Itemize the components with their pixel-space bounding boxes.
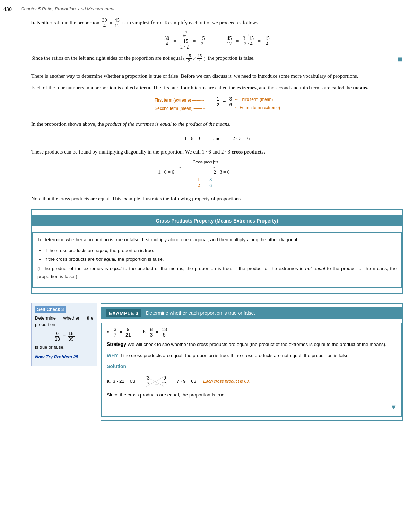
means-bold: means.	[353, 85, 369, 90]
example-label: EXAMPLE 3	[106, 309, 141, 317]
fraction-45-12: 4512	[114, 18, 120, 29]
solution-label: Solution	[107, 363, 397, 371]
extremes-bold: extremes,	[236, 85, 258, 90]
property-description: To determine whether a proportion is tru…	[37, 236, 397, 244]
proportion-labels-diagram: First term (extreme) ——→ Second term (me…	[31, 96, 403, 116]
self-check-fraction: 613 = 1839	[35, 331, 93, 342]
section-b-intro: b. Neither ratio in the proportion 304 =…	[31, 18, 403, 29]
chapter-header: Chapter 5 Ratio, Proportion, and Measure…	[21, 6, 403, 11]
simplification-display: 304 = 1 2 · 15 2 · 2 = 152 4512	[31, 33, 403, 50]
self-check-now-try: Now Try Problem 25	[35, 354, 93, 360]
property-parenthetical: (If the product of the extremes is equal…	[37, 265, 397, 281]
strategy-text: Strategy We will check to see whether th…	[107, 340, 397, 349]
third-term-label: ← Third term (mean)	[234, 97, 273, 102]
cross-products-diagram: Cross products ↓ ↓ 1 · 6 = 6 2 · 3 = 6 1…	[31, 160, 403, 191]
second-term-label: Second term (mean) ——→	[155, 106, 206, 111]
down-arrow: ▼	[107, 402, 397, 413]
solution-a: a. 3 · 21 = 63 37 = 921	[107, 374, 397, 389]
sol-a-cross-diagram: 37 = 921	[142, 374, 170, 389]
part-a-label: a.	[107, 328, 111, 336]
self-check-conclusion: is true or false.	[35, 344, 93, 351]
sol-a-conclusion: Since the cross products are equal, the …	[107, 391, 397, 399]
fourth-term-label: ← Fourth term (extreme)	[234, 105, 280, 110]
example-parts: a. 37 = 921 b. 83 = 13	[107, 327, 397, 338]
why-text: WHY If the cross products are equal, the…	[107, 351, 397, 360]
term-intro-para: Each of the four numbers in a proportion…	[31, 84, 403, 93]
self-check-instruction: Determine whether the proportion	[35, 315, 93, 328]
self-check-title: Self Check 3	[35, 306, 66, 313]
sol-a-note: Each cross product is 63.	[203, 378, 250, 385]
product-equations: 1 · 6 = 6 and 2 · 3 = 6	[31, 133, 403, 143]
cross-products-intro: These products can be found by multiplyi…	[31, 148, 403, 157]
example-3-box: EXAMPLE 3 Determine whether each proport…	[101, 303, 403, 421]
property-box-title: Cross-Products Property (Means-Extremes …	[32, 215, 402, 226]
property-bullets: If the cross products are equal, the pro…	[44, 247, 397, 263]
part-b-label: b.	[143, 328, 147, 336]
note-cross-products: Note that the cross products are equal. …	[31, 194, 403, 203]
sol-a-label: a.	[107, 377, 111, 385]
first-term-label: First term (extreme) ——→	[155, 98, 205, 103]
property-box: Cross-Products Property (Means-Extremes …	[31, 209, 403, 294]
another-way-para: There is another way to determine whethe…	[31, 72, 403, 81]
fraction-30-4: 304	[101, 18, 107, 29]
sol-a-eq1: 3 · 21 = 63	[113, 377, 135, 385]
sol-a-eq2: 7 · 9 = 63	[176, 377, 196, 385]
since-ratios-text: Since the ratios on the left and right s…	[31, 54, 403, 63]
page-number: 430	[3, 6, 12, 12]
example-instruction: Determine whether each proportion is tru…	[146, 310, 255, 316]
product-sentence: In the proportion shown above, the produ…	[31, 120, 403, 129]
term-bold: term.	[140, 85, 152, 90]
self-check-box: Self Check 3 Determine whether the propo…	[31, 303, 97, 366]
